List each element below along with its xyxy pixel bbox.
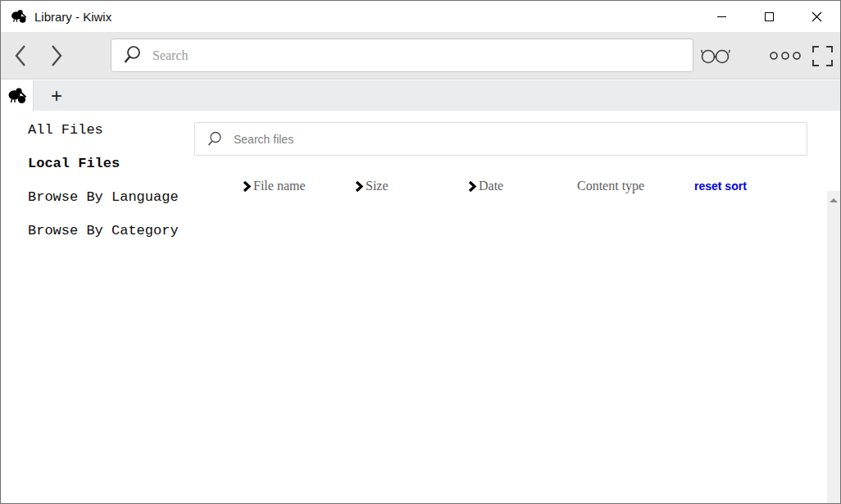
kiwix-tab-icon xyxy=(7,87,28,105)
search-input[interactable] xyxy=(143,39,693,71)
sidebar-item-browse-category[interactable]: Browse By Category xyxy=(1,214,194,247)
kiwix-logo-icon xyxy=(10,8,28,25)
sort-chevron-icon xyxy=(467,180,477,193)
corner-brackets-icon xyxy=(811,45,834,67)
toolbar xyxy=(1,32,840,79)
menu-button[interactable] xyxy=(766,39,804,72)
forward-button[interactable] xyxy=(40,32,73,79)
library-content: All Files Local Files Browse By Language… xyxy=(1,111,840,503)
vertical-scrollbar[interactable] xyxy=(827,191,840,503)
scroll-up-icon[interactable] xyxy=(830,198,838,202)
back-button[interactable] xyxy=(4,32,37,79)
file-search-input[interactable] xyxy=(222,123,807,155)
close-button[interactable] xyxy=(793,1,840,32)
magnifier-icon xyxy=(207,131,222,148)
table-header-row: File name Size Date Content type reset s… xyxy=(1,179,840,198)
header-content-type: Content type xyxy=(577,179,644,193)
glasses-icon xyxy=(699,46,732,66)
window-title: Library - Kiwix xyxy=(34,10,111,24)
fullscreen-button[interactable] xyxy=(807,39,837,72)
three-dots-icon xyxy=(769,51,802,61)
sort-header-size[interactable]: Size xyxy=(354,179,389,193)
maximize-button[interactable] xyxy=(745,1,793,32)
column-label: Date xyxy=(479,179,503,193)
sidebar-item-local-files[interactable]: Local Files xyxy=(1,147,194,180)
minimize-button[interactable] xyxy=(698,1,745,32)
caption-buttons xyxy=(698,1,840,32)
title-bar[interactable]: Library - Kiwix xyxy=(1,1,840,32)
file-search-box[interactable] xyxy=(194,122,807,156)
magnifier-icon xyxy=(123,45,143,66)
main-search-box[interactable] xyxy=(111,39,693,72)
minimize-icon xyxy=(717,16,726,17)
reading-list-button[interactable] xyxy=(698,39,734,72)
column-label: Content type xyxy=(577,179,644,193)
chevron-right-icon xyxy=(48,43,66,68)
sort-chevron-icon xyxy=(242,180,252,193)
reset-sort-link[interactable]: reset sort xyxy=(694,179,747,193)
column-label: File name xyxy=(253,179,306,193)
sort-chevron-icon xyxy=(354,180,364,193)
sort-header-date[interactable]: Date xyxy=(467,179,503,193)
sidebar: All Files Local Files Browse By Language… xyxy=(1,111,194,503)
file-list xyxy=(194,201,824,503)
app-window: Library - Kiwix xyxy=(0,0,841,504)
column-label: Size xyxy=(366,179,389,193)
chevron-left-icon xyxy=(11,43,30,68)
sort-header-file-name[interactable]: File name xyxy=(242,179,306,193)
sidebar-item-all-files[interactable]: All Files xyxy=(1,113,194,147)
close-icon xyxy=(811,11,822,22)
tab-library[interactable] xyxy=(1,80,34,111)
maximize-icon xyxy=(765,12,774,21)
tab-bar: + xyxy=(1,80,840,111)
new-tab-button[interactable]: + xyxy=(42,80,71,111)
